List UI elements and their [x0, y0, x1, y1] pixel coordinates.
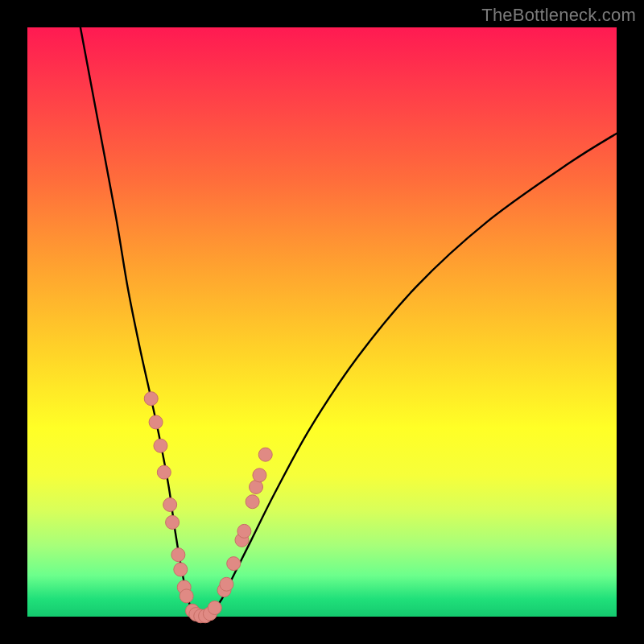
curve-markers [144, 392, 272, 623]
chart-plot-area [27, 27, 617, 617]
curve-marker [171, 548, 185, 562]
chart-frame: TheBottleneck.com [0, 0, 644, 644]
chart-svg [27, 27, 617, 617]
bottleneck-curve [80, 27, 617, 617]
curve-marker [208, 601, 221, 615]
curve-marker [149, 415, 163, 429]
curve-marker [154, 439, 167, 452]
curve-marker [253, 469, 266, 482]
curve-marker [144, 392, 158, 406]
curve-marker [166, 515, 180, 529]
curve-marker [220, 577, 233, 591]
curve-marker [174, 563, 188, 576]
curve-marker [180, 589, 193, 603]
curve-marker [258, 448, 272, 461]
curve-marker [157, 465, 171, 479]
curve-marker [246, 495, 259, 509]
curve-marker [163, 497, 177, 511]
curve-marker [227, 557, 241, 571]
watermark-text: TheBottleneck.com [481, 5, 636, 26]
curve-marker [237, 524, 251, 538]
